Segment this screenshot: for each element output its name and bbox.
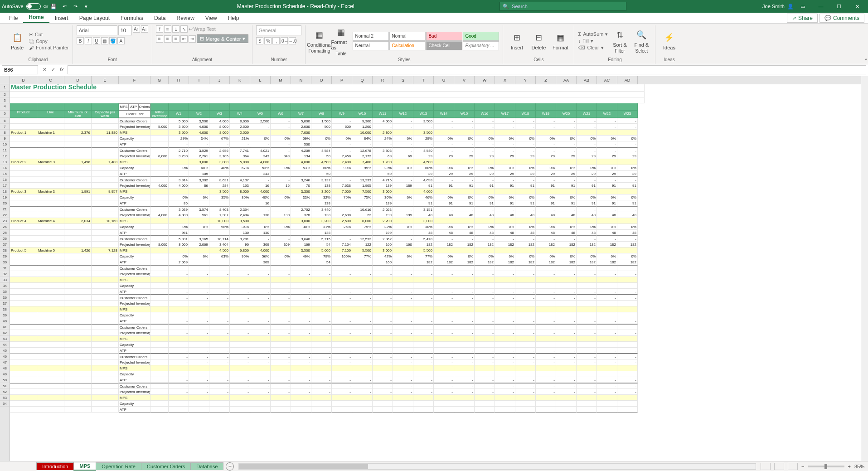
fill-button[interactable]: ↓Fill ▾ bbox=[578, 38, 608, 44]
ribbon-number: $ % , .0→ ←.0 Number bbox=[252, 25, 305, 64]
paste-button[interactable]: 📋Paste bbox=[7, 31, 27, 50]
style-neutral[interactable]: Neutral bbox=[353, 41, 389, 50]
indent-increase-icon[interactable]: ⇥ bbox=[189, 35, 196, 43]
tab-formulas[interactable]: Formulas bbox=[115, 13, 149, 23]
orientation-icon[interactable]: ⤡ bbox=[180, 25, 188, 33]
conditional-formatting-button[interactable]: ▦ConditionalFormatting bbox=[309, 29, 329, 53]
search-box[interactable]: 🔍 Search bbox=[499, 2, 626, 11]
percent-icon[interactable]: % bbox=[264, 37, 272, 44]
style-normal[interactable]: Normal bbox=[389, 32, 426, 41]
increase-decimal-icon[interactable]: .0→ bbox=[281, 37, 288, 44]
ideas-button[interactable]: ⚡Ideas bbox=[659, 31, 679, 50]
tab-review[interactable]: Review bbox=[171, 13, 199, 23]
collapse-ribbon-icon[interactable]: ^ bbox=[865, 58, 867, 63]
tab-pagelayout[interactable]: Page Layout bbox=[74, 13, 115, 23]
delete-cells-button[interactable]: ⊟Delete bbox=[529, 31, 548, 50]
tab-view[interactable]: View bbox=[200, 13, 223, 23]
find-icon: 🔍 bbox=[635, 29, 648, 41]
tab-data[interactable]: Data bbox=[149, 13, 171, 23]
formula-input[interactable] bbox=[68, 65, 866, 74]
share-button[interactable]: ↗Share bbox=[787, 14, 818, 23]
sort-icon: ⇅ bbox=[613, 29, 626, 41]
border-icon[interactable]: ▦ bbox=[101, 37, 108, 44]
underline-icon[interactable]: U bbox=[93, 37, 100, 44]
tab-home[interactable]: Home bbox=[23, 12, 49, 23]
align-middle-icon[interactable]: ≡ bbox=[164, 25, 171, 33]
style-checkcell[interactable]: Check Cell bbox=[426, 41, 462, 50]
indent-decrease-icon[interactable]: ⇤ bbox=[180, 35, 188, 43]
save-icon[interactable]: 💾 bbox=[50, 3, 57, 10]
autosave-toggle[interactable] bbox=[26, 3, 41, 10]
fill-color-icon[interactable]: 🪣 bbox=[109, 37, 116, 44]
align-center-icon[interactable]: ≡ bbox=[164, 35, 171, 43]
sigma-icon: Σ bbox=[578, 31, 581, 37]
autosum-button[interactable]: ΣAutoSum ▾ bbox=[578, 31, 608, 37]
close-icon[interactable]: ✕ bbox=[848, 0, 866, 13]
align-top-icon[interactable]: ⤒ bbox=[156, 25, 163, 33]
currency-icon[interactable]: $ bbox=[256, 37, 263, 44]
tab-file[interactable]: File bbox=[4, 13, 23, 23]
font-name-select[interactable] bbox=[77, 25, 117, 35]
wrap-text-button[interactable]: ↩Wrap Text bbox=[189, 26, 216, 32]
style-bad[interactable]: Bad bbox=[426, 32, 462, 41]
number-format-select[interactable] bbox=[256, 25, 301, 35]
format-cells-button[interactable]: ▦Format bbox=[550, 31, 570, 50]
style-calculation[interactable]: Calculation bbox=[389, 41, 426, 50]
format-painter-button[interactable]: 🖌Format Painter bbox=[29, 45, 69, 50]
decrease-decimal-icon[interactable]: ←.0 bbox=[289, 37, 296, 44]
maximize-icon[interactable]: ☐ bbox=[830, 0, 848, 13]
font-size-select[interactable] bbox=[118, 25, 132, 35]
table-icon: ▦ bbox=[335, 26, 347, 39]
wrap-icon: ↩ bbox=[189, 26, 193, 32]
tab-help[interactable]: Help bbox=[223, 13, 245, 23]
format-as-table-button[interactable]: ▦Format asTable bbox=[331, 26, 351, 56]
tab-insert[interactable]: Insert bbox=[49, 13, 74, 23]
increase-font-icon[interactable]: A↑ bbox=[133, 25, 140, 33]
fx-icon[interactable]: fx bbox=[60, 67, 64, 73]
style-good[interactable]: Good bbox=[463, 32, 499, 41]
style-normal2[interactable]: Normal 2 bbox=[353, 32, 389, 41]
ideas-icon: ⚡ bbox=[663, 31, 675, 44]
font-color-icon[interactable]: A bbox=[117, 37, 125, 44]
clear-button[interactable]: ⌫Clear ▾ bbox=[578, 45, 608, 51]
insert-cells-button[interactable]: ⊞Insert bbox=[507, 31, 527, 50]
align-right-icon[interactable]: ≡ bbox=[172, 35, 179, 43]
formula-bar: ✕ ✓ fx bbox=[0, 64, 868, 75]
undo-icon[interactable]: ↶ bbox=[61, 3, 68, 10]
align-bottom-icon[interactable]: ⤓ bbox=[172, 25, 179, 33]
document-title: Master Production Schedule - Read-Only -… bbox=[92, 3, 499, 10]
sort-filter-button[interactable]: ⇅Sort &Filter bbox=[610, 29, 630, 53]
merge-icon: ⊟ bbox=[200, 36, 204, 42]
ribbon-options-icon[interactable]: ▭ bbox=[794, 0, 812, 13]
ribbon-tabs: File Home Insert Page Layout Formulas Da… bbox=[0, 13, 868, 24]
find-select-button[interactable]: 🔍Find &Select bbox=[631, 29, 651, 53]
paste-icon: 📋 bbox=[11, 31, 24, 44]
comments-button[interactable]: 💬Comments bbox=[820, 14, 864, 23]
user-name: Joe Smith bbox=[762, 4, 785, 9]
minimize-icon[interactable]: — bbox=[812, 0, 830, 13]
ribbon-styles: ▦ConditionalFormatting ▦Format asTable N… bbox=[305, 25, 503, 64]
style-explanatory[interactable]: Explanatory ... bbox=[463, 41, 499, 50]
align-left-icon[interactable]: ≡ bbox=[156, 35, 163, 43]
comma-icon[interactable]: , bbox=[272, 37, 280, 44]
insert-icon: ⊞ bbox=[510, 31, 523, 44]
redo-icon[interactable]: ↷ bbox=[72, 3, 79, 10]
user-avatar-icon: 👤 bbox=[787, 4, 794, 10]
cond-fmt-icon: ▦ bbox=[313, 29, 325, 41]
merge-center-button[interactable]: ⊟Merge & Center ▾ bbox=[197, 34, 249, 43]
ribbon-clipboard: 📋Paste ✂Cut ⿻Copy 🖌Format Painter Clipbo… bbox=[4, 25, 73, 64]
decrease-font-icon[interactable]: A↓ bbox=[141, 25, 148, 33]
qat-dropdown-icon[interactable]: ▾ bbox=[82, 3, 90, 10]
name-box[interactable] bbox=[2, 65, 38, 74]
search-placeholder: Search bbox=[512, 4, 528, 9]
ribbon-ideas: ⚡Ideas Ideas bbox=[655, 25, 683, 64]
user-account[interactable]: Joe Smith 👤 bbox=[762, 4, 794, 10]
enter-formula-icon[interactable]: ✓ bbox=[51, 67, 55, 73]
italic-icon[interactable]: I bbox=[85, 37, 92, 44]
format-icon: ▦ bbox=[554, 31, 567, 44]
cut-button[interactable]: ✂Cut bbox=[29, 32, 69, 38]
copy-button[interactable]: ⿻Copy bbox=[29, 39, 69, 44]
delete-icon: ⊟ bbox=[532, 31, 545, 44]
cancel-formula-icon[interactable]: ✕ bbox=[43, 67, 47, 73]
bold-icon[interactable]: B bbox=[77, 37, 84, 44]
